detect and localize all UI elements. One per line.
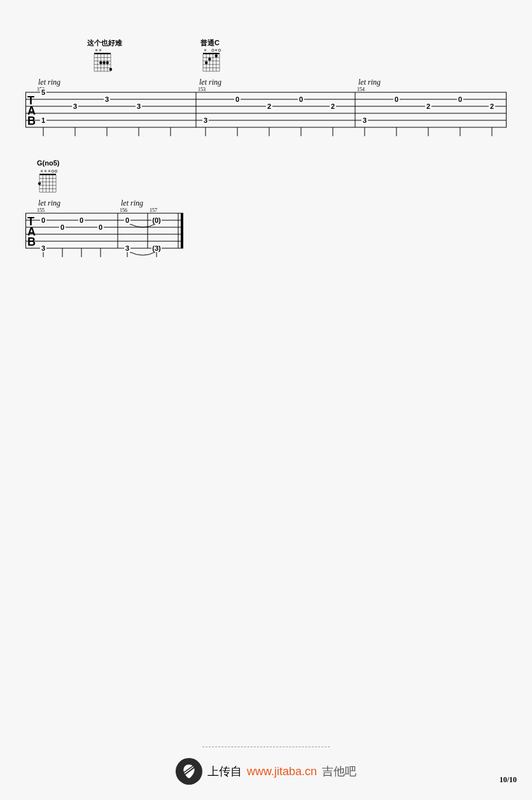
svg-rect-75 xyxy=(39,174,56,175)
svg-point-18 xyxy=(109,68,112,71)
tab-fret: 3 xyxy=(202,116,209,124)
tab-system-2: G(no5) ✕✕✕ let ring let ring 155 156 157 xyxy=(25,165,191,280)
tab-fret: 0 xyxy=(59,223,66,231)
page-number: 10/10 xyxy=(500,775,517,785)
footer-url: www.jitaba.cn xyxy=(247,765,317,778)
footer-upload-label: 上传自 xyxy=(207,764,242,779)
tab-fret: 0 xyxy=(298,95,304,103)
tab-fret: 5 xyxy=(40,88,46,96)
svg-text:✕: ✕ xyxy=(204,48,207,52)
tab-fret: 3 xyxy=(136,102,142,110)
svg-point-17 xyxy=(106,61,109,64)
svg-rect-99 xyxy=(181,213,183,248)
chord-diagram-1: ✕✕ xyxy=(92,47,113,73)
let-ring-label: let ring xyxy=(38,199,60,208)
tab-fret: 3 xyxy=(40,244,46,252)
svg-point-20 xyxy=(212,49,214,52)
tab-fret: 0 xyxy=(457,95,463,103)
svg-point-38 xyxy=(215,55,218,57)
footer-separator xyxy=(202,747,330,747)
tab-fret: 0 xyxy=(97,223,104,231)
tab-fret: 0 xyxy=(393,95,400,103)
tab-fret: 3 xyxy=(361,116,368,124)
chord-name: G(no5) xyxy=(37,159,59,167)
let-ring-label: let ring xyxy=(358,78,381,87)
tab-fret-ghost: (0) xyxy=(151,216,162,224)
tab-fret: 3 xyxy=(124,244,130,252)
tab-staff xyxy=(25,213,191,270)
svg-point-74 xyxy=(55,170,57,172)
footer: 上传自 www.jitaba.cn 吉他吧 xyxy=(0,747,532,791)
tab-fret: 1 xyxy=(40,116,46,124)
chord-annotation-1: 这个也好难 xyxy=(87,38,122,48)
let-ring-label: let ring xyxy=(121,199,143,208)
tab-fret: 0 xyxy=(78,216,85,224)
svg-point-88 xyxy=(38,182,41,185)
let-ring-label: let ring xyxy=(199,78,221,87)
svg-point-22 xyxy=(218,49,221,52)
tab-fret: 2 xyxy=(266,102,272,110)
svg-point-73 xyxy=(52,170,54,172)
svg-text:✕: ✕ xyxy=(99,48,102,52)
chord-annotation-2: 普通C xyxy=(200,38,220,48)
svg-text:✕: ✕ xyxy=(214,48,218,52)
tab-fret: 0 xyxy=(124,216,130,224)
tab-clef: TAB xyxy=(27,95,36,126)
tab-fret: 2 xyxy=(330,102,336,110)
footer-brand: 吉他吧 xyxy=(322,764,356,779)
tab-fret-ghost: (3) xyxy=(151,244,162,252)
chord-diagram-2: ✕ ✕ xyxy=(200,47,222,73)
svg-text:✕: ✕ xyxy=(40,169,43,173)
tab-fret: 3 xyxy=(72,102,78,110)
svg-text:✕: ✕ xyxy=(48,169,51,173)
tab-fret: 2 xyxy=(489,102,495,110)
svg-point-15 xyxy=(99,61,102,64)
svg-text:✕: ✕ xyxy=(44,169,47,173)
chord-diagram-3: ✕✕✕ xyxy=(37,168,59,193)
page: 这个也好难 ✕✕ 普通C ✕ ✕ xyxy=(0,0,532,800)
tab-system-1: 这个也好难 ✕✕ 普通C ✕ ✕ xyxy=(25,45,507,146)
tab-fret: 2 xyxy=(425,102,431,110)
tab-fret: 0 xyxy=(234,95,241,103)
svg-text:✕: ✕ xyxy=(95,48,98,52)
svg-point-37 xyxy=(208,58,211,60)
guitar-pick-icon xyxy=(176,758,202,785)
tab-fret: 0 xyxy=(40,216,46,224)
svg-point-16 xyxy=(102,61,105,64)
tab-staff xyxy=(25,92,507,136)
svg-rect-23 xyxy=(203,53,220,54)
svg-point-36 xyxy=(205,61,207,64)
let-ring-label: let ring xyxy=(38,78,60,87)
svg-rect-2 xyxy=(94,53,111,54)
tab-clef: TAB xyxy=(27,216,36,247)
tab-fret: 3 xyxy=(104,95,110,103)
